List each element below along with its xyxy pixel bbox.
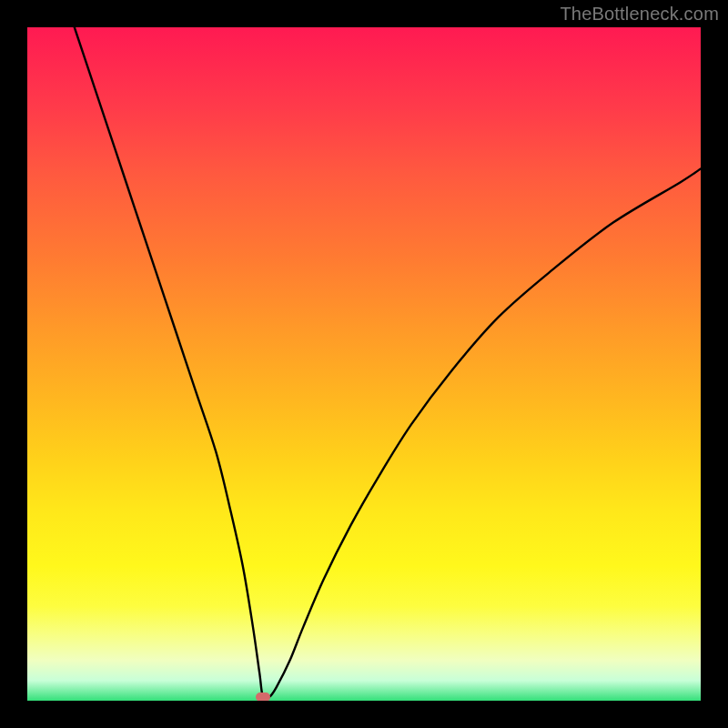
plot-area	[27, 27, 701, 701]
bottleneck-curve	[27, 27, 701, 701]
watermark-text: TheBottleneck.com	[560, 4, 719, 25]
optimal-point-marker	[256, 693, 270, 701]
chart-frame: TheBottleneck.com	[0, 0, 728, 728]
